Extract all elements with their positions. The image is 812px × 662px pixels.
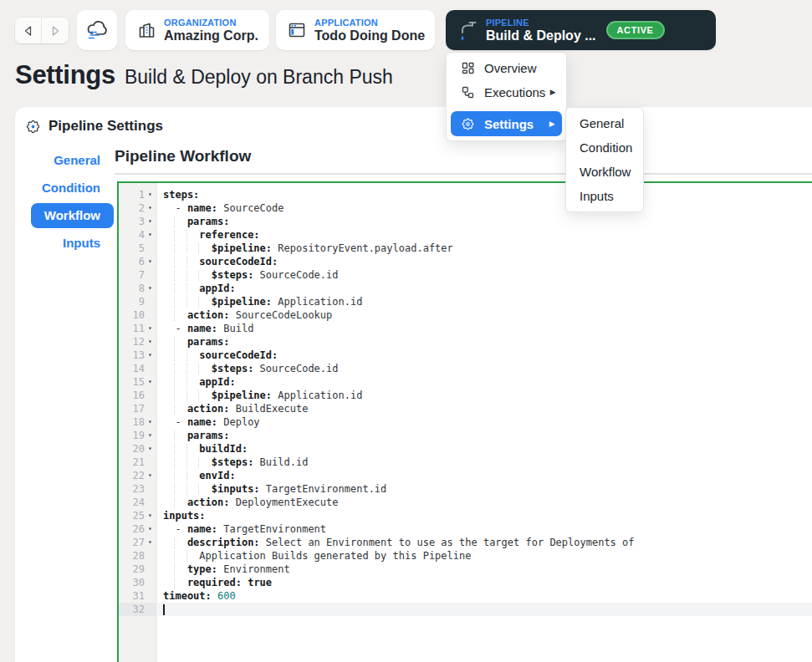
code-line[interactable]: Application Builds generated by this Pip… <box>158 549 812 563</box>
gutter-line[interactable]: 12▾ <box>119 335 156 349</box>
code-line[interactable]: steps: <box>158 188 812 201</box>
page-title-row: Settings Build & Deploy on Branch Push <box>15 60 393 90</box>
fold-arrow-icon[interactable]: ▾ <box>145 375 156 389</box>
forward-button[interactable] <box>42 18 69 43</box>
code-line[interactable]: params: <box>158 429 812 442</box>
gutter-line[interactable]: 15▾ <box>119 375 156 389</box>
submenu-item-condition[interactable]: Condition <box>566 135 643 160</box>
code-line[interactable]: timeout: 600 <box>158 589 812 603</box>
sidebar-item-general[interactable]: General <box>54 153 100 168</box>
gutter-line[interactable]: 3▾ <box>119 215 156 228</box>
fold-arrow-icon[interactable]: ▾ <box>145 282 156 295</box>
workflow-editor[interactable]: 1▾2▾3▾4▾56▾78▾91011▾12▾13▾1415▾161718▾19… <box>117 181 812 662</box>
code-line[interactable]: $pipeline: RepositoryEvent.payload.after <box>158 242 812 255</box>
code-line[interactable]: action: SourceCodeLookup <box>158 308 812 322</box>
code-line[interactable]: params: <box>158 335 812 349</box>
organization-label: ORGANIZATION <box>164 18 258 28</box>
code-line[interactable]: type: Environment <box>158 563 812 576</box>
editor-code[interactable]: steps:- name: SourceCodeparams:reference… <box>158 183 812 662</box>
menu-item-settings[interactable]: Settings ▶ <box>451 111 562 136</box>
cloud-logo-icon <box>84 18 110 43</box>
code-line[interactable]: action: BuildExecute <box>158 402 812 415</box>
code-line[interactable]: appId: <box>158 282 812 295</box>
gutter-line[interactable]: 6▾ <box>119 255 156 268</box>
code-line[interactable]: params: <box>158 215 812 228</box>
section-divider <box>115 173 812 175</box>
home-brand-button[interactable] <box>77 10 117 50</box>
code-line[interactable]: description: Select an Environment to us… <box>158 536 812 549</box>
gutter-line[interactable]: 26▾ <box>119 522 156 536</box>
gutter-line[interactable]: 1▾ <box>119 188 156 201</box>
fold-arrow-icon[interactable]: ▾ <box>145 429 156 442</box>
sidebar-item-inputs[interactable]: Inputs <box>63 236 100 251</box>
fold-arrow-icon[interactable]: ▾ <box>145 335 156 349</box>
gutter-line: 5 <box>119 242 156 255</box>
code-line[interactable]: action: DeploymentExecute <box>158 496 812 509</box>
fold-arrow-icon[interactable]: ▾ <box>145 201 156 215</box>
code-line[interactable]: - name: TargetEnvironment <box>158 522 812 536</box>
gutter-line[interactable]: 4▾ <box>119 228 156 242</box>
fold-arrow-icon[interactable]: ▾ <box>145 322 156 335</box>
sidebar-item-workflow[interactable]: Workflow <box>31 203 114 228</box>
application-label: APPLICATION <box>314 18 425 28</box>
submenu-item-workflow[interactable]: Workflow <box>566 160 643 184</box>
code-line[interactable]: appId: <box>158 375 812 389</box>
code-line[interactable]: sourceCodeId: <box>158 349 812 362</box>
code-line[interactable]: $inputs: TargetEnvironment.id <box>158 482 812 496</box>
code-line[interactable]: $steps: SourceCode.id <box>158 362 812 375</box>
organization-button[interactable]: ORGANIZATION Amazing Corp. <box>125 10 269 50</box>
code-line[interactable]: inputs: <box>158 509 812 522</box>
gutter-line: 21 <box>119 456 156 469</box>
gutter-line[interactable]: 18▾ <box>119 415 156 429</box>
gutter-line[interactable]: 2▾ <box>119 201 156 215</box>
fold-arrow-icon[interactable]: ▾ <box>145 442 156 456</box>
menu-item-overview[interactable]: Overview <box>447 56 566 80</box>
app-screen: ORGANIZATION Amazing Corp. APPLICATION T… <box>0 0 812 662</box>
fold-arrow-icon[interactable]: ▾ <box>145 228 156 242</box>
fold-arrow-icon[interactable]: ▾ <box>145 188 156 201</box>
fold-arrow-icon[interactable]: ▾ <box>145 469 156 482</box>
fold-arrow-icon[interactable]: ▾ <box>145 255 156 268</box>
fold-arrow-icon[interactable]: ▾ <box>145 509 156 522</box>
code-line[interactable]: $pipeline: Application.id <box>158 295 812 308</box>
fold-arrow-icon[interactable]: ▾ <box>145 536 156 549</box>
code-line[interactable]: sourceCodeId: <box>158 255 812 268</box>
code-line[interactable]: buildId: <box>158 442 812 456</box>
gutter-line[interactable]: 20▾ <box>119 442 156 456</box>
code-line[interactable]: required: true <box>158 576 812 589</box>
gutter-line[interactable]: 13▾ <box>119 349 156 362</box>
gutter-line[interactable]: 27▾ <box>119 536 156 549</box>
settings-gear-icon <box>460 117 475 131</box>
executions-workflow-icon <box>460 85 475 99</box>
code-line[interactable]: - name: Build <box>158 322 812 335</box>
fold-arrow-icon[interactable]: ▾ <box>145 349 156 362</box>
menu-item-executions[interactable]: Executions ▶ <box>447 80 566 104</box>
submenu-item-general[interactable]: General <box>566 111 643 135</box>
application-button[interactable]: APPLICATION Todo Doing Done <box>276 10 435 50</box>
gutter-line[interactable]: 19▾ <box>119 429 156 442</box>
code-line[interactable] <box>158 603 812 616</box>
gutter-line[interactable]: 25▾ <box>119 509 156 522</box>
gutter-line: 23 <box>119 482 156 496</box>
code-line[interactable]: envId: <box>158 469 812 482</box>
sidebar-item-condition[interactable]: Condition <box>42 181 100 196</box>
fold-arrow-icon[interactable]: ▾ <box>145 415 156 429</box>
back-button[interactable] <box>15 18 42 43</box>
pipeline-button[interactable]: PIPELINE Build & Deploy ... ACTIVE <box>446 10 716 50</box>
back-icon <box>23 25 34 37</box>
card-header: Pipeline Settings <box>25 118 163 135</box>
gutter-line[interactable]: 11▾ <box>119 322 156 335</box>
gutter-line[interactable]: 22▾ <box>119 469 156 482</box>
fold-arrow-icon[interactable]: ▾ <box>145 215 156 228</box>
fold-arrow-icon[interactable]: ▾ <box>145 522 156 536</box>
submenu-item-inputs[interactable]: Inputs <box>566 184 643 208</box>
code-line[interactable]: reference: <box>158 228 812 242</box>
code-line[interactable]: $steps: Build.id <box>158 456 812 469</box>
code-line[interactable]: $pipeline: Application.id <box>158 389 812 402</box>
panel-title: Pipeline Settings <box>49 118 163 135</box>
code-line[interactable]: - name: SourceCode <box>158 201 812 215</box>
code-line[interactable]: $steps: SourceCode.id <box>158 268 812 282</box>
gutter-line[interactable]: 8▾ <box>119 282 156 295</box>
gutter-line: 31 <box>119 589 156 603</box>
code-line[interactable]: - name: Deploy <box>158 415 812 429</box>
